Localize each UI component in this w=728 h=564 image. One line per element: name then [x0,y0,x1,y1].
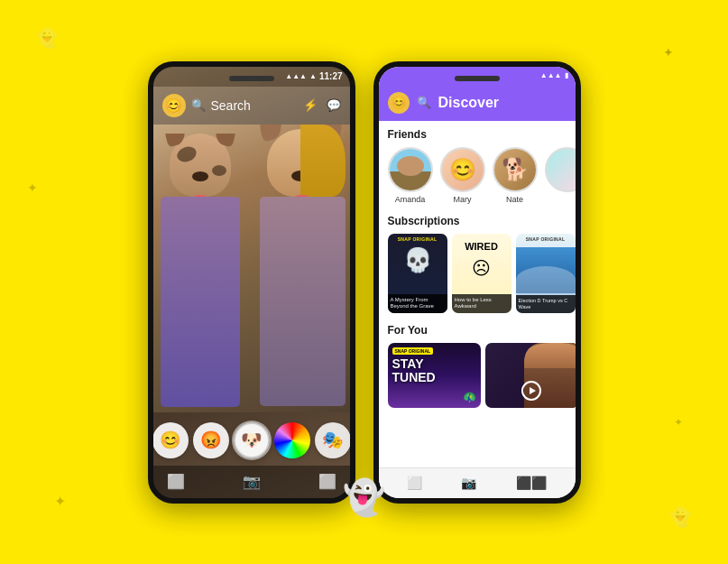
nate-avatar: 🐕 [493,147,538,192]
spot-1 [174,143,198,164]
sub-card-wired[interactable]: WIRED ☹ How to be Less Awkward [452,234,511,313]
discover-title: Discover [438,95,500,111]
winking-ghost: 👻 [340,476,386,519]
phones-container: ▲▲▲ ▲ 11:27 😊 🔍 Search ⚡ 💬 [148,61,581,504]
subscriptions-label: Subscriptions [388,215,567,227]
status-time: 11:27 [319,71,343,81]
battery-icon: ▲ [309,72,317,80]
phone1-bitmoji: 😊 [162,94,186,117]
girl-left-body [161,197,240,407]
bg-ghost-1: 👻 [36,27,59,49]
nbc-peacock: 🦚 [463,391,476,403]
search-icon-discover: 🔍 [417,96,431,109]
battery-icon-2: ▮ [565,71,568,79]
play-circle[interactable] [521,381,541,401]
grid-icon[interactable]: ⬛⬛ [516,476,547,490]
snap3-label: Election D Trump vs C Wave [516,295,576,312]
friends-section-label: Friends [388,128,567,141]
sad-face: ☹ [472,257,491,279]
spot-2 [212,165,226,176]
friends-row: Amanda 😊 Mary 🐕 Nate [388,147,567,204]
phone2-content: Friends Amanda 😊 [379,121,576,498]
phone1-search-bar[interactable]: 😊 🔍 Search ⚡ 💬 [153,87,350,125]
wifi-icon: ▲▲▲ [540,71,562,79]
bg-star-1: ✦ [663,45,674,60]
flip-camera-icon[interactable]: ⬜ [318,473,336,490]
photo-background [153,125,350,412]
for-you-label: For You [388,324,567,337]
amanda-name: Amanda [395,195,426,204]
dog-ear-left-l [161,134,187,147]
skull-icon: 💀 [403,246,432,274]
mary-avatar: 😊 [440,147,485,192]
snap-orig-stay: SNAP ORIGINAL [392,347,434,355]
friend-nate[interactable]: 🐕 Nate [493,147,538,204]
friend-extra[interactable] [545,147,576,204]
girl-right-hair [300,125,346,197]
girl-right-body [260,197,346,407]
filter-tray: 😊 😡 🐶 🎭 [153,415,350,466]
bg-star-3: ✦ [674,416,683,429]
girl-left-head [170,134,231,197]
filter-dog-active[interactable]: 🐶 [234,422,270,458]
subscriptions-row: SNAP ORIGINAL 💀 A Mystery From Beyond th… [388,234,567,313]
sub-card-dead-girls[interactable]: SNAP ORIGINAL 💀 A Mystery From Beyond th… [388,234,447,313]
snap-orig-badge-3: SNAP ORIGINAL [519,236,573,242]
sub-card-snap3[interactable]: SNAP ORIGINAL Election D Trump vs C Wave [516,234,576,313]
bg-ghost-3: ✦ [54,493,66,510]
extra-avatar [545,147,576,192]
filter-angry[interactable]: 😡 [193,422,229,458]
for-you-stay-tuned[interactable]: SNAP ORIGINAL STAYTUNED 🦚 [388,343,481,408]
discover-header: 😊 🔍 Discover [379,85,576,121]
phone2-status-bar: ▲▲▲ ▮ [379,67,576,85]
friend-mary[interactable]: 😊 Mary [440,147,485,204]
wired-title: WIRED [465,241,498,252]
wired-label: How to be Less Awkward [452,294,511,312]
for-you-row: SNAP ORIGINAL STAYTUNED 🦚 [388,343,567,408]
girl-right-figure [260,125,346,407]
dog-ear-right-l [212,134,237,147]
search-label: Search [211,98,251,113]
bitmoji-avatar: 😊 [388,92,410,114]
bg-star-2: ✦ [27,180,38,195]
dog-nose-left [192,171,208,181]
filter-camera[interactable]: 🎭 [315,422,350,458]
signal-icon: ▲▲▲ [285,72,307,80]
snap-orig-badge-dg: SNAP ORIGINAL [391,236,445,242]
camera-shutter-icon[interactable]: 📷 [243,473,261,490]
flash-icon[interactable]: ⚡ [303,98,318,112]
photo-scene [153,125,350,412]
dead-girls-label: A Mystery From Beyond the Grave [388,294,447,312]
search-right-icons: ⚡ 💬 [303,98,341,112]
amanda-avatar [388,147,433,192]
filter-smiley[interactable]: 😊 [153,422,189,458]
filter-rainbow[interactable] [274,422,310,458]
bg-ghost-4: 👻 [669,506,692,528]
stay-tuned-title: STAYTUNED [392,357,436,385]
phone-2: ▲▲▲ ▮ 😊 🔍 Discover Friends [373,61,581,504]
phone2-screen: ▲▲▲ ▮ 😊 🔍 Discover Friends [379,67,576,498]
for-you-dark-card[interactable] [485,343,576,408]
home-icon[interactable]: ⬜ [407,476,422,490]
phone1-status-bar: ▲▲▲ ▲ 11:27 [153,67,350,87]
phone1-bottom-bar: ⬜ 📷 ⬜ [153,466,350,498]
dog-ear-left-r [260,125,284,143]
search-icon: 🔍 [191,98,206,112]
chat-icon[interactable]: 💬 [327,98,341,112]
phone2-bottom-bar: ⬜ 📷 ⬛⬛ [379,467,576,498]
camera-nav-icon[interactable]: 📷 [461,476,476,490]
nate-name: Nate [506,195,523,204]
girl-left-figure [161,134,240,407]
friend-amanda[interactable]: Amanda [388,147,433,204]
phone-1: ▲▲▲ ▲ 11:27 😊 🔍 Search ⚡ 💬 [148,61,355,504]
wave-image [516,247,576,293]
gallery-icon[interactable]: ⬜ [167,473,185,490]
mary-name: Mary [454,195,472,204]
phone1-screen: ▲▲▲ ▲ 11:27 😊 🔍 Search ⚡ 💬 [153,67,350,498]
